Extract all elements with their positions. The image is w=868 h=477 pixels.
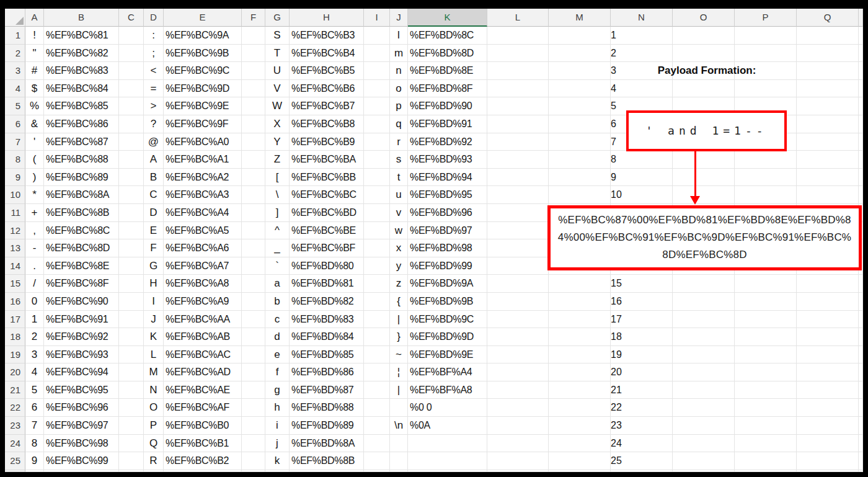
cell-M10[interactable] [549, 186, 611, 204]
cell-K19[interactable]: %EF%BD%9E [408, 346, 487, 364]
cell-F16[interactable] [242, 293, 265, 311]
cell-A9[interactable]: ) [25, 169, 44, 187]
cell-E15[interactable]: %EF%BC%A8 [164, 275, 242, 293]
cell-J5[interactable]: p [390, 97, 408, 115]
row-header-13[interactable]: 13 [5, 239, 25, 257]
cell-O24[interactable] [673, 435, 735, 453]
cell-C11[interactable] [119, 204, 144, 222]
cell-B3[interactable]: %EF%BC%83 [44, 62, 119, 80]
cell-A14[interactable]: . [25, 257, 44, 275]
cell-R21[interactable] [859, 381, 863, 399]
cell-Q23[interactable] [797, 417, 859, 435]
cell-A2[interactable]: " [25, 45, 44, 63]
cell-H8[interactable]: %EF%BC%BA [290, 151, 364, 169]
column-header-J[interactable]: J [390, 9, 408, 27]
cell-D8[interactable]: A [144, 151, 164, 169]
cell-E7[interactable]: %EF%BC%A0 [164, 133, 242, 151]
cell-G3[interactable]: U [265, 62, 290, 80]
cell-A12[interactable]: , [25, 222, 44, 240]
cell-I4[interactable] [364, 80, 390, 98]
cell-E14[interactable]: %EF%BC%A7 [164, 257, 242, 275]
cell-L9[interactable] [487, 169, 549, 187]
cell-A22[interactable]: 6 [25, 399, 44, 417]
column-header-D[interactable]: D [144, 9, 164, 27]
cell-H23[interactable]: %EF%BD%89 [290, 417, 364, 435]
cell-K1[interactable]: %EF%BD%8C [408, 27, 487, 45]
cell-H26[interactable] [290, 470, 364, 472]
cell-N20[interactable]: 20 [611, 363, 673, 381]
cell-E5[interactable]: %EF%BC%9E [164, 97, 242, 115]
cell-O21[interactable] [673, 381, 735, 399]
cell-Q25[interactable] [797, 452, 859, 470]
cell-J10[interactable]: u [390, 186, 408, 204]
cell-B23[interactable]: %EF%BC%97 [44, 417, 119, 435]
cell-K23[interactable]: %0A [408, 417, 487, 435]
cell-H6[interactable]: %EF%BC%B8 [290, 115, 364, 133]
cell-B2[interactable]: %EF%BC%82 [44, 45, 119, 63]
cell-L24[interactable] [487, 435, 549, 453]
cell-K13[interactable]: %EF%BD%98 [408, 239, 487, 257]
row-header-26[interactable] [5, 470, 25, 472]
row-header-1[interactable]: 1 [5, 27, 25, 45]
cell-M25[interactable] [549, 452, 611, 470]
column-header-Q[interactable]: Q [797, 9, 859, 27]
cell-R20[interactable] [859, 363, 863, 381]
cell-N10[interactable]: 10 [611, 186, 673, 204]
cell-F23[interactable] [242, 417, 265, 435]
cell-G11[interactable]: ] [265, 204, 290, 222]
cell-A13[interactable]: - [25, 239, 44, 257]
cell-H14[interactable]: %EF%BD%80 [290, 257, 364, 275]
column-header-M[interactable]: M [549, 9, 611, 27]
cell-E10[interactable]: %EF%BC%A3 [164, 186, 242, 204]
cell-J21[interactable]: | [390, 381, 408, 399]
column-header-E[interactable]: E [164, 9, 242, 27]
cell-F6[interactable] [242, 115, 265, 133]
cell-D19[interactable]: L [144, 346, 164, 364]
cell-G8[interactable]: Z [265, 151, 290, 169]
cell-L15[interactable] [487, 275, 549, 293]
cell-D14[interactable]: G [144, 257, 164, 275]
cell-E22[interactable]: %EF%BC%AF [164, 399, 242, 417]
cell-D24[interactable]: Q [144, 435, 164, 453]
cell-P19[interactable] [735, 346, 797, 364]
cell-L25[interactable] [487, 452, 549, 470]
cell-P2[interactable] [735, 45, 797, 63]
cell-B1[interactable]: %EF%BC%81 [44, 27, 119, 45]
cell-E20[interactable]: %EF%BC%AD [164, 363, 242, 381]
cell-I8[interactable] [364, 151, 390, 169]
cell-L2[interactable] [487, 45, 549, 63]
cell-L13[interactable] [487, 239, 549, 257]
cell-I7[interactable] [364, 133, 390, 151]
cell-I24[interactable] [364, 435, 390, 453]
cell-B11[interactable]: %EF%BC%8B [44, 204, 119, 222]
cell-Q7[interactable] [797, 133, 859, 151]
cell-F22[interactable] [242, 399, 265, 417]
cell-N17[interactable]: 17 [611, 311, 673, 329]
cell-I10[interactable] [364, 186, 390, 204]
cell-P25[interactable] [735, 452, 797, 470]
cell-B10[interactable]: %EF%BC%8A [44, 186, 119, 204]
cell-F26[interactable] [242, 470, 265, 472]
row-header-12[interactable]: 12 [5, 222, 25, 240]
cell-I16[interactable] [364, 293, 390, 311]
cell-M7[interactable] [549, 133, 611, 151]
cell-Q2[interactable] [797, 45, 859, 63]
cell-O25[interactable] [673, 452, 735, 470]
column-header-A[interactable]: A [25, 9, 44, 27]
cell-M19[interactable] [549, 346, 611, 364]
cell-F14[interactable] [242, 257, 265, 275]
row-header-7[interactable]: 7 [5, 133, 25, 151]
cell-R26[interactable] [859, 470, 863, 472]
cell-N25[interactable]: 25 [611, 452, 673, 470]
cell-K9[interactable]: %EF%BD%94 [408, 169, 487, 187]
cell-B12[interactable]: %EF%BC%8C [44, 222, 119, 240]
cell-A15[interactable]: / [25, 275, 44, 293]
cell-P23[interactable] [735, 417, 797, 435]
cell-J17[interactable]: | [390, 311, 408, 329]
cell-A11[interactable]: + [25, 204, 44, 222]
cell-N19[interactable]: 19 [611, 346, 673, 364]
cell-G6[interactable]: X [265, 115, 290, 133]
cell-A23[interactable]: 7 [25, 417, 44, 435]
cell-C18[interactable] [119, 328, 144, 346]
cell-G4[interactable]: V [265, 80, 290, 98]
